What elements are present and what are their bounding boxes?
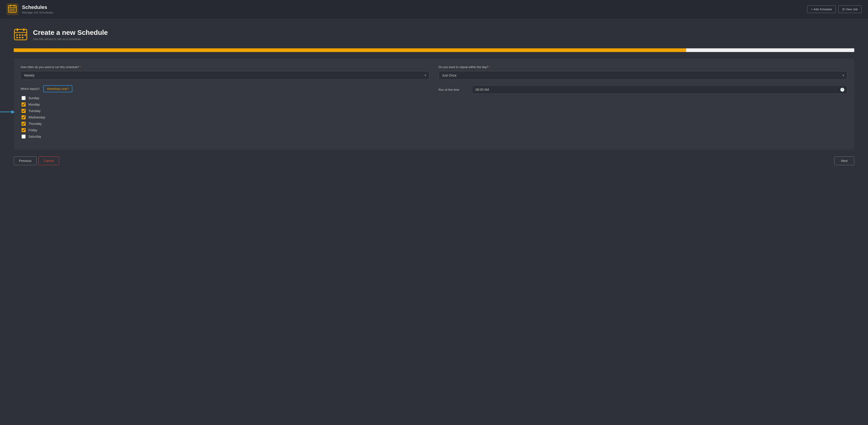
page-calendar-icon bbox=[14, 28, 28, 41]
list-item[interactable]: Monday bbox=[22, 102, 429, 107]
wizard-card: How often do you want to run this schedu… bbox=[14, 58, 854, 150]
time-input-wrapper: 🕐 bbox=[472, 85, 847, 94]
svg-rect-20 bbox=[19, 37, 21, 38]
frequency-section: How often do you want to run this schedu… bbox=[21, 65, 429, 80]
annotation-arrow bbox=[0, 110, 14, 114]
svg-rect-3 bbox=[10, 5, 11, 7]
page-title: Create a new Schedule bbox=[33, 29, 108, 36]
footer-left-buttons: Previous Cancel bbox=[14, 156, 59, 165]
svg-rect-17 bbox=[22, 34, 23, 36]
footer-buttons: Previous Cancel Next bbox=[14, 156, 854, 165]
cancel-button[interactable]: Cancel bbox=[38, 156, 59, 165]
app-logo-icon bbox=[6, 3, 18, 15]
repeat-label: Do you want to repeat within the day?* bbox=[439, 65, 847, 69]
run-at-time-input[interactable] bbox=[472, 85, 847, 94]
run-at-label: Run at this time bbox=[439, 88, 468, 91]
wednesday-checkbox[interactable] bbox=[22, 115, 26, 119]
svg-rect-19 bbox=[16, 37, 18, 38]
app-subtitle: Manage Job Schedules. bbox=[22, 11, 54, 14]
add-schedule-button[interactable]: + Add Schedule bbox=[807, 5, 836, 13]
frequency-select[interactable]: Weekly Once Hourly Daily Monthly bbox=[21, 71, 429, 80]
sunday-label: Sunday bbox=[28, 96, 39, 100]
list-item[interactable]: Sunday bbox=[22, 96, 429, 100]
saturday-label: Saturday bbox=[28, 135, 41, 139]
monday-checkbox[interactable] bbox=[22, 102, 26, 107]
svg-rect-8 bbox=[10, 10, 11, 11]
days-list: Sunday Monday Tuesday bbox=[22, 96, 429, 139]
run-at-section: Run at this time 🕐 bbox=[439, 85, 847, 94]
which-days-section: Which day(s)? Weekdays only? Sunday Mond… bbox=[21, 85, 429, 139]
repeat-select-wrapper: Just Once Every X Minutes Every X Hours … bbox=[439, 71, 847, 80]
view-job-button[interactable]: ☰ View Job bbox=[838, 5, 862, 13]
frequency-label: How often do you want to run this schedu… bbox=[21, 65, 429, 69]
which-days-label: Which day(s)? bbox=[21, 87, 40, 91]
list-item[interactable]: Wednesday bbox=[22, 115, 429, 119]
arrow-line bbox=[0, 112, 11, 112]
svg-rect-4 bbox=[14, 5, 14, 7]
previous-button[interactable]: Previous bbox=[14, 156, 37, 165]
header-actions: + Add Schedule ☰ View Job bbox=[807, 5, 862, 13]
tuesday-label: Tuesday bbox=[28, 109, 40, 113]
repeat-required: * bbox=[489, 65, 490, 69]
app-title: Schedules bbox=[22, 4, 54, 10]
repeat-section: Do you want to repeat within the day?* J… bbox=[439, 65, 847, 80]
left-column: How often do you want to run this schedu… bbox=[21, 65, 429, 139]
svg-rect-15 bbox=[16, 34, 18, 36]
svg-rect-5 bbox=[10, 9, 11, 10]
page-description: Use this wizard to set up a schedule. bbox=[33, 37, 108, 41]
which-days-header: Which day(s)? Weekdays only? bbox=[21, 85, 429, 92]
page-header: Create a new Schedule Use this wizard to… bbox=[14, 28, 854, 41]
thursday-checkbox[interactable] bbox=[22, 122, 26, 126]
friday-label: Friday bbox=[28, 128, 37, 132]
sunday-checkbox[interactable] bbox=[22, 96, 26, 100]
svg-rect-21 bbox=[22, 37, 23, 38]
svg-rect-10 bbox=[13, 10, 14, 11]
page-title-block: Create a new Schedule Use this wizard to… bbox=[33, 29, 108, 41]
tuesday-checkbox[interactable] bbox=[22, 109, 26, 113]
wednesday-label: Wednesday bbox=[28, 116, 45, 119]
header: Schedules Manage Job Schedules. + Add Sc… bbox=[0, 0, 868, 19]
weekdays-only-button[interactable]: Weekdays only? bbox=[43, 85, 72, 92]
saturday-checkbox[interactable] bbox=[22, 134, 26, 139]
thursday-label: Thursday bbox=[28, 122, 42, 126]
list-item[interactable]: Friday bbox=[22, 128, 429, 132]
next-button[interactable]: Next bbox=[834, 156, 854, 165]
svg-rect-6 bbox=[11, 9, 12, 10]
frequency-required: * bbox=[80, 65, 81, 69]
arrow-head-icon bbox=[11, 110, 14, 114]
list-item[interactable]: Saturday bbox=[22, 134, 429, 139]
list-item[interactable]: Tuesday bbox=[22, 109, 429, 113]
friday-checkbox[interactable] bbox=[22, 128, 26, 132]
list-item[interactable]: Thursday bbox=[22, 122, 429, 126]
progress-bar-fill bbox=[14, 48, 686, 52]
svg-rect-18 bbox=[25, 34, 26, 36]
svg-rect-14 bbox=[23, 28, 25, 31]
main-content: Create a new Schedule Use this wizard to… bbox=[0, 19, 868, 174]
header-title-block: Schedules Manage Job Schedules. bbox=[22, 4, 54, 14]
header-left: Schedules Manage Job Schedules. bbox=[6, 3, 54, 15]
repeat-select[interactable]: Just Once Every X Minutes Every X Hours bbox=[439, 71, 847, 80]
progress-bar-container bbox=[14, 48, 854, 52]
monday-label: Monday bbox=[28, 103, 40, 106]
right-column: Do you want to repeat within the day?* J… bbox=[439, 65, 847, 139]
svg-rect-7 bbox=[13, 9, 14, 10]
frequency-select-wrapper: Weekly Once Hourly Daily Monthly ▼ bbox=[21, 71, 429, 80]
svg-rect-16 bbox=[19, 34, 21, 36]
card-grid: How often do you want to run this schedu… bbox=[21, 65, 847, 139]
svg-rect-9 bbox=[11, 10, 12, 11]
svg-rect-13 bbox=[17, 28, 18, 31]
